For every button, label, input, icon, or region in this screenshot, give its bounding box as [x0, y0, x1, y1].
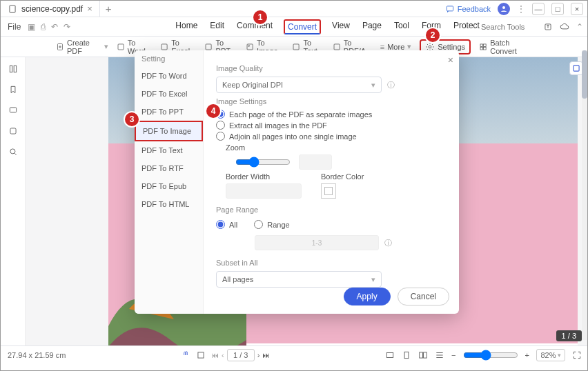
annotation-4: 4	[206, 104, 220, 118]
ribbon-batch-convert[interactable]: Batch Convert	[479, 39, 532, 55]
page-input[interactable]: 1 / 3	[227, 349, 255, 361]
read-mode-icon[interactable]	[435, 350, 444, 360]
hand-tool-icon[interactable]	[181, 350, 190, 360]
close-window-button[interactable]: ×	[571, 3, 583, 15]
svg-point-9	[248, 45, 249, 46]
svg-rect-19	[10, 108, 16, 112]
ribbon-create-pdf[interactable]: Create PDF▾	[56, 39, 108, 55]
subset-select[interactable]: All pages ▾	[216, 271, 382, 288]
zoom-label: Zoom	[226, 143, 447, 152]
menu-edit[interactable]: Edit	[208, 19, 226, 34]
svg-rect-6	[161, 43, 167, 49]
comment-icon[interactable]	[8, 106, 18, 115]
last-page-icon[interactable]: ⏭	[262, 351, 270, 359]
sidebar-item-text[interactable]: PDF To Text	[135, 141, 203, 159]
sidebar-item-epub[interactable]: PDF To Epub	[135, 177, 203, 195]
subset-label: Subset in All	[216, 259, 447, 267]
redo-icon[interactable]: ↷	[63, 22, 70, 32]
word-icon	[117, 42, 125, 52]
zoom-out-icon[interactable]: −	[451, 351, 455, 359]
document-tab[interactable]: science-copy.pdf ×	[1, 1, 100, 17]
close-tab-icon[interactable]: ×	[87, 3, 92, 14]
fullscreen-icon[interactable]	[572, 350, 582, 360]
left-tool-strip	[1, 57, 26, 345]
svg-rect-16	[484, 47, 487, 50]
menu-view[interactable]: View	[331, 19, 351, 34]
print-icon[interactable]: ⎙	[41, 22, 46, 32]
save-icon[interactable]: ▣	[28, 22, 35, 32]
option-adjoin-pages[interactable]: Adjoin all pages into one single image	[216, 132, 447, 141]
zoom-value-box[interactable]	[299, 154, 332, 170]
option-separate-images[interactable]: Each page of the PDF as separate images	[216, 110, 447, 119]
menu-tool[interactable]: Tool	[393, 19, 411, 34]
settings-dialog: Setting × PDF To Word PDF To Excel PDF T…	[135, 50, 459, 314]
info-icon[interactable]: ⓘ	[384, 238, 392, 248]
attachment-icon[interactable]	[8, 126, 18, 136]
search-input[interactable]	[481, 23, 536, 31]
cloud-icon[interactable]	[560, 22, 569, 32]
file-menu[interactable]: File	[1, 22, 28, 32]
zoom-in-icon[interactable]: +	[525, 351, 529, 359]
undo-icon[interactable]: ↶	[51, 22, 58, 32]
image-quality-select[interactable]: Keep Original DPI ▾	[216, 77, 382, 93]
feedback-link[interactable]: Feedback	[445, 4, 491, 14]
next-page-icon[interactable]: ›	[257, 351, 260, 359]
svg-rect-25	[404, 352, 409, 358]
menu-protect[interactable]: Protect	[452, 19, 481, 34]
minimize-button[interactable]: —	[532, 3, 545, 15]
bookmark-icon[interactable]	[8, 85, 18, 94]
border-color-label: Border Color	[321, 172, 364, 181]
svg-point-2	[502, 6, 505, 9]
menu-home[interactable]: Home	[174, 19, 199, 34]
zoom-slider[interactable]	[235, 157, 291, 168]
batch-icon	[479, 42, 487, 52]
page-range-input[interactable]: 1-3	[255, 235, 379, 250]
chevron-up-icon[interactable]: ⌃	[576, 22, 583, 32]
sidebar-item-word[interactable]: PDF To Word	[135, 67, 203, 85]
menu-convert[interactable]: Convert	[284, 19, 321, 34]
search-panel-icon[interactable]	[8, 147, 18, 157]
sidebar-item-html[interactable]: PDF To HTML	[135, 195, 203, 213]
border-width-input[interactable]	[226, 183, 302, 199]
apply-button[interactable]: Apply	[344, 288, 391, 305]
close-icon[interactable]: ×	[448, 54, 453, 66]
new-tab-button[interactable]: +	[100, 3, 117, 14]
two-page-icon[interactable]	[418, 350, 428, 360]
svg-rect-22	[574, 66, 579, 71]
first-page-icon[interactable]: ⏮	[211, 351, 219, 359]
fit-page-icon[interactable]	[402, 350, 411, 360]
annotation-2: 2	[426, 28, 440, 42]
cancel-button[interactable]: Cancel	[398, 288, 449, 305]
fit-width-icon[interactable]	[385, 350, 395, 360]
avatar[interactable]	[498, 3, 510, 15]
sidebar-item-image[interactable]: PDF To Image	[135, 121, 203, 141]
svg-point-12	[429, 46, 432, 48]
svg-rect-14	[484, 43, 487, 46]
sidebar-item-excel[interactable]: PDF To Excel	[135, 85, 203, 103]
sidebar-item-rtf[interactable]: PDF To RTF	[135, 159, 203, 177]
svg-rect-5	[118, 43, 124, 49]
zoom-slider[interactable]	[463, 350, 518, 361]
kebab-icon[interactable]: ⋮	[517, 4, 525, 14]
sidebar-item-ppt[interactable]: PDF To PPT	[135, 103, 203, 121]
zoom-value[interactable]: 82%▾	[536, 349, 565, 361]
range-all-radio[interactable]: All	[216, 220, 237, 229]
range-range-radio[interactable]: Range	[254, 220, 289, 229]
scrollbar-thumb[interactable]	[582, 50, 587, 99]
screenshot-tool-icon[interactable]	[569, 61, 583, 75]
chevron-down-icon: ▾	[558, 352, 561, 359]
svg-point-21	[10, 149, 14, 154]
maximize-button[interactable]: □	[551, 3, 564, 15]
share-icon[interactable]	[543, 22, 553, 32]
svg-rect-10	[293, 43, 299, 49]
svg-rect-15	[480, 47, 483, 50]
option-extract-images[interactable]: Extract all images in the PDF	[216, 121, 447, 130]
annotation-1: 1	[253, 10, 267, 24]
prev-page-icon[interactable]: ‹	[222, 351, 224, 359]
select-tool-icon[interactable]	[196, 350, 206, 360]
page-range-label: Page Range	[216, 205, 447, 214]
menu-page[interactable]: Page	[361, 19, 383, 34]
info-icon[interactable]: ⓘ	[387, 80, 395, 90]
border-color-picker[interactable]	[321, 183, 336, 199]
thumbnails-icon[interactable]	[8, 64, 18, 74]
